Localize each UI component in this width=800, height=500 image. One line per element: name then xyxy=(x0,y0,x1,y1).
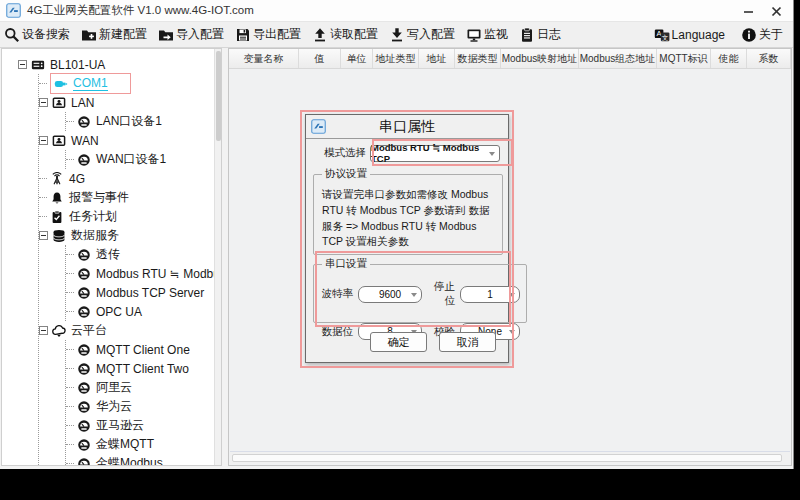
toolbar-export-config[interactable]: 导出配置 xyxy=(235,26,301,43)
bell-icon xyxy=(50,191,64,205)
tree-item-modbus-rtu-modbus-tcp[interactable]: Modbus RTU ≒ Modbus TCP xyxy=(66,264,216,283)
tree-expander[interactable] xyxy=(39,98,48,107)
ok-button[interactable]: 确定 xyxy=(370,332,427,352)
tree-item--modbus[interactable]: 金蝶Modbus xyxy=(66,454,216,466)
tree-item-com1[interactable]: COM1 xyxy=(39,74,216,93)
column-header-8: MQTT标识 xyxy=(657,49,711,68)
cancel-button[interactable]: 取消 xyxy=(439,332,496,352)
toolbar-search[interactable]: 设备搜索 xyxy=(4,26,70,43)
tree-item--[interactable]: 数据服务 xyxy=(39,226,216,245)
window-title: 4G工业网关配置软件 V1.0 www.4G-IOT.com xyxy=(27,3,254,18)
tree-item--[interactable]: 报警与事件 xyxy=(39,188,216,207)
column-header-5: 数据类型 xyxy=(455,49,501,68)
toolbar: 设备搜索新建配置导入配置导出配置读取配置写入配置监视日志 A文Language关… xyxy=(0,22,793,48)
tree-item-bl101-ua[interactable]: BL101-UA xyxy=(18,55,216,74)
tree-item-wan[interactable]: WAN xyxy=(39,131,216,150)
device-tree-panel: BL101-UACOM1LANLAN口设备1WANWAN口设备14G报警与事件任… xyxy=(1,48,222,466)
tree-item-4g[interactable]: 4G xyxy=(39,169,216,188)
monitor-icon xyxy=(466,27,482,43)
tree-expander[interactable] xyxy=(39,231,48,240)
serial-properties-dialog: 串口属性 模式选择 Modbus RTU ≒ Modbus TCP 协议设置 请… xyxy=(305,114,509,363)
tree-item-mqtt-client-one[interactable]: MQTT Client One xyxy=(66,340,216,359)
tree-item-lan-1[interactable]: LAN口设备1 xyxy=(66,112,216,131)
network-icon xyxy=(52,96,66,110)
serial-settings-legend: 串口设置 xyxy=(322,257,370,271)
toolbar-log[interactable]: 日志 xyxy=(519,26,561,43)
toolbar-read-config[interactable]: 读取配置 xyxy=(312,26,378,43)
chevron-down-icon xyxy=(509,330,515,334)
write-config-icon xyxy=(389,27,405,43)
tree-item--[interactable]: 云平台 xyxy=(39,321,216,340)
tree-item-lan[interactable]: LAN xyxy=(39,93,216,112)
toolbar-import-config[interactable]: 导入配置 xyxy=(158,26,224,43)
tree-item--[interactable]: 透传 xyxy=(66,245,216,264)
column-header-9: 使能 xyxy=(711,49,747,68)
tree-item--[interactable]: 华为云 xyxy=(66,397,216,416)
field-label-0: 波特率 xyxy=(320,287,356,301)
gauge-icon xyxy=(77,153,91,167)
database-icon xyxy=(52,229,66,243)
toolbar-new-config[interactable]: 新建配置 xyxy=(81,26,147,43)
toolbar-write-config[interactable]: 写入配置 xyxy=(389,26,455,43)
serial-settings-group: 串口设置 波特率9600停止位1数据位8校验None xyxy=(313,257,527,323)
tree-item--[interactable]: 阿里云 xyxy=(66,378,216,397)
tree-expander[interactable] xyxy=(39,326,48,335)
tree-item--[interactable]: 任务计划 xyxy=(39,207,216,226)
task-icon xyxy=(50,210,64,224)
column-header-4: 地址 xyxy=(419,49,455,68)
minimize-icon[interactable] xyxy=(741,4,755,18)
toolbar-language[interactable]: A文Language xyxy=(654,27,725,43)
chevron-down-icon xyxy=(411,293,417,297)
tree-item--[interactable]: 亚马逊云 xyxy=(66,416,216,435)
mode-row: 模式选择 Modbus RTU ≒ Modbus TCP xyxy=(306,144,508,162)
import-config-icon xyxy=(158,27,174,43)
toolbar-monitor[interactable]: 监视 xyxy=(466,26,508,43)
log-icon xyxy=(519,27,535,43)
gauge-icon xyxy=(77,419,91,433)
column-header-1: 值 xyxy=(299,49,341,68)
tree-item-modbus-tcp-server[interactable]: Modbus TCP Server xyxy=(66,283,216,302)
gauge-icon xyxy=(77,362,91,376)
mode-select-dropdown[interactable]: Modbus RTU ≒ Modbus TCP xyxy=(370,145,500,162)
gauge-icon xyxy=(77,457,91,467)
mode-select-value: Modbus RTU ≒ Modbus TCP xyxy=(371,142,499,164)
chevron-down-icon xyxy=(509,293,515,297)
network-icon xyxy=(52,134,66,148)
cloud-icon xyxy=(52,324,66,338)
field-dropdown-0[interactable]: 9600 xyxy=(358,286,422,303)
read-config-icon xyxy=(312,27,328,43)
svg-text:文: 文 xyxy=(661,33,668,40)
mode-select-label: 模式选择 xyxy=(306,146,370,160)
gauge-icon xyxy=(77,248,91,262)
tree-expander[interactable] xyxy=(18,60,27,69)
column-header-0: 变量名称 xyxy=(229,49,299,68)
gauge-icon xyxy=(77,286,91,300)
toolbar-about[interactable]: 关于 xyxy=(741,26,783,43)
column-header-10: 系数 xyxy=(747,49,791,68)
gauge-icon xyxy=(77,305,91,319)
tree-expander[interactable] xyxy=(39,136,48,145)
gauge-icon xyxy=(77,267,91,281)
annotation-highlight-com1: COM1 xyxy=(50,73,131,94)
table-header-row: 变量名称值单位地址类型地址数据类型Modbus映射地址Modbus组态地址MQT… xyxy=(229,49,791,69)
tree-item--mqtt[interactable]: 金蝶MQTT xyxy=(66,435,216,454)
tree-item-mqtt-client-two[interactable]: MQTT Client Two xyxy=(66,359,216,378)
tree-vertical-scrollbar[interactable] xyxy=(214,49,221,465)
column-header-2: 单位 xyxy=(341,49,373,68)
table-horizontal-scrollbar[interactable] xyxy=(230,451,790,464)
gauge-icon xyxy=(77,343,91,357)
field-dropdown-1[interactable]: 1 xyxy=(460,286,520,303)
window-controls xyxy=(741,0,783,22)
router-icon xyxy=(31,58,45,72)
serial-port-icon xyxy=(54,77,68,91)
tree-item-wan-1[interactable]: WAN口设备1 xyxy=(66,150,216,169)
tree-item-opc-ua[interactable]: OPC UA xyxy=(66,302,216,321)
column-header-3: 地址类型 xyxy=(373,49,419,68)
about-icon xyxy=(741,27,757,43)
export-config-icon xyxy=(235,27,251,43)
chevron-down-icon xyxy=(489,152,495,156)
field-label-1: 停止位 xyxy=(424,280,458,308)
protocol-settings-group: 协议设置 请设置完串口参数如需修改 Modbus RTU 转 Modbus TC… xyxy=(313,167,503,255)
antenna-icon xyxy=(50,172,64,186)
close-icon[interactable] xyxy=(769,4,783,18)
